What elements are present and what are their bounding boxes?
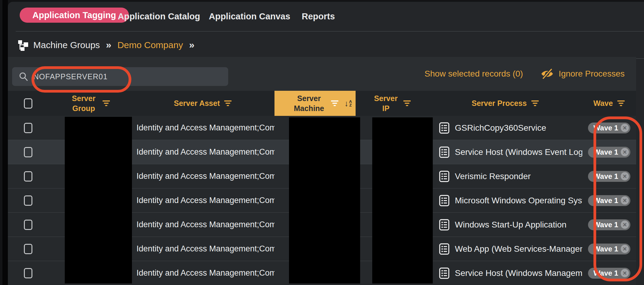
header-wave[interactable]: Wave (582, 91, 636, 116)
filter-icon[interactable] (331, 100, 339, 106)
select-all-checkbox[interactable] (24, 98, 32, 109)
chevron-right-icon: » (189, 39, 195, 51)
chevron-right-icon: » (106, 39, 111, 51)
redaction-server-group (65, 117, 132, 283)
search-icon (19, 72, 28, 81)
filter-icon[interactable] (617, 100, 625, 106)
redaction-server-machine (289, 117, 360, 283)
row-checkbox[interactable] (24, 123, 32, 133)
server-process-cell: Microsoft Windows Operating System (428, 195, 582, 206)
server-asset-cell: Identity and Access Management;Com... (131, 220, 274, 229)
header-server-machine[interactable]: Server Machine ↓ AZ (274, 91, 356, 116)
process-name: Verismic Responder (455, 172, 531, 181)
list-icon (439, 195, 449, 206)
server-asset-cell: Identity and Access Management;Com... (131, 172, 274, 181)
process-name: Service Host (Windows Event Log) (455, 147, 582, 157)
annotation-search-highlight (31, 66, 131, 93)
header-label: Server IP (373, 93, 399, 113)
header-server-group[interactable]: Server Group (48, 91, 131, 116)
process-name: Windows Start-Up Application (455, 220, 567, 230)
sitemap-icon (18, 39, 30, 51)
filter-icon[interactable] (403, 100, 411, 106)
header-select-all (8, 91, 48, 116)
table-header: Server Group Server Asset Server Machine (8, 91, 636, 116)
show-selected-records-link[interactable]: Show selected records (0) (425, 69, 523, 79)
nav-divider (16, 31, 644, 31)
process-name: GSRichCopy360Service (455, 123, 546, 133)
list-icon (439, 122, 449, 134)
filter-icon[interactable] (102, 100, 110, 106)
header-label: Server Machine (292, 93, 327, 113)
header-server-process[interactable]: Server Process (428, 91, 582, 116)
app-window: Application Tagging Application Catalog … (0, 0, 644, 285)
header-label: Server Asset (174, 98, 220, 108)
redaction-server-ip (372, 117, 433, 283)
server-asset-cell: Identity and Access Management;Com... (131, 244, 274, 254)
breadcrumb-demo-company[interactable]: Demo Company (117, 40, 183, 50)
row-checkbox[interactable] (24, 171, 32, 182)
tab-application-tagging[interactable]: Application Tagging (20, 8, 129, 23)
row-checkbox[interactable] (24, 244, 32, 254)
tab-application-catalog[interactable]: Application Catalog (118, 2, 200, 31)
row-checkbox[interactable] (24, 268, 32, 278)
server-process-cell: Service Host (Windows Management In (428, 267, 582, 279)
process-name: Microsoft Windows Operating System (455, 196, 582, 205)
annotation-wave-column-highlight (593, 116, 642, 281)
server-process-cell: Verismic Responder (428, 171, 582, 182)
list-icon (439, 243, 449, 255)
list-icon (439, 219, 449, 231)
sort-alpha-down-icon[interactable]: ↓ AZ (344, 99, 352, 107)
server-asset-cell: Identity and Access Management;Com... (131, 268, 274, 278)
window-edge (2, 0, 8, 285)
server-process-cell: Windows Start-Up Application (428, 219, 582, 231)
server-asset-cell: Identity and Access Management;Com... (131, 123, 274, 133)
header-label: Wave (593, 98, 613, 108)
server-asset-cell: Identity and Access Management;Com... (131, 196, 274, 205)
header-server-ip[interactable]: Server IP (356, 91, 428, 116)
server-asset-cell: Identity and Access Management;Com... (131, 147, 274, 157)
process-name: Web App (Web Services-Management) (455, 244, 582, 254)
header-label: Server Group (69, 93, 98, 113)
list-icon (439, 171, 449, 182)
row-checkbox[interactable] (24, 147, 32, 157)
row-checkbox[interactable] (24, 220, 32, 230)
tab-reports[interactable]: Reports (302, 2, 335, 31)
list-icon (439, 267, 449, 279)
header-server-asset[interactable]: Server Asset (131, 91, 274, 116)
breadcrumb: Machine Groups » Demo Company » (8, 31, 644, 58)
header-label: Server Process (472, 98, 527, 108)
server-process-cell: Web App (Web Services-Management) (428, 243, 582, 255)
tab-application-canvas[interactable]: Application Canvas (209, 2, 290, 31)
toolbar-actions: Show selected records (0) Ignore Process… (425, 57, 625, 91)
filter-icon[interactable] (224, 100, 232, 106)
process-name: Service Host (Windows Management In (455, 268, 582, 278)
ignore-processes-label: Ignore Processes (559, 69, 625, 79)
eye-off-icon (540, 67, 554, 81)
row-checkbox[interactable] (24, 195, 32, 206)
breadcrumb-machine-groups[interactable]: Machine Groups (33, 40, 100, 50)
ignore-processes-button[interactable]: Ignore Processes (540, 67, 625, 81)
filter-icon[interactable] (531, 100, 539, 106)
server-process-cell: Service Host (Windows Event Log) (428, 146, 582, 158)
top-nav: Application Tagging Application Catalog … (8, 2, 644, 31)
server-process-cell: GSRichCopy360Service (428, 122, 582, 134)
list-icon (439, 146, 449, 158)
